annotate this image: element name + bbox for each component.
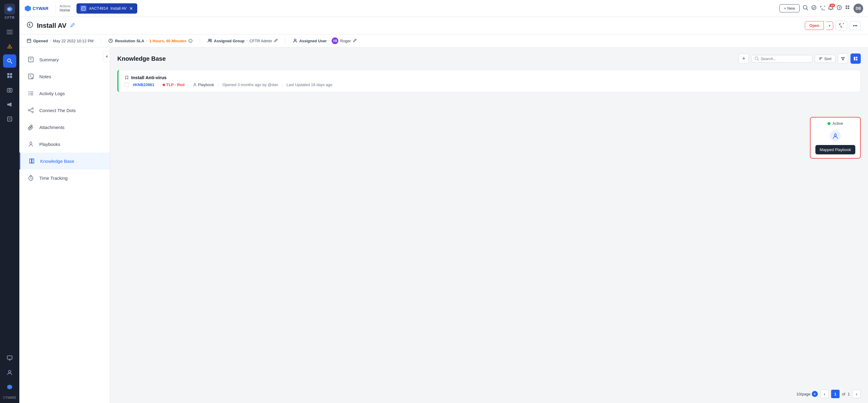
far-nav-megaphone[interactable] <box>3 98 16 111</box>
sidebar-item-summary[interactable]: Summary <box>19 51 110 68</box>
kb-item-title-row: Install Anti-virus <box>125 75 797 80</box>
svg-point-62 <box>30 142 32 144</box>
per-page-dropdown[interactable]: ▾ <box>812 391 818 397</box>
far-nav-alert[interactable] <box>3 40 16 53</box>
view-toggle-button[interactable] <box>850 54 861 64</box>
sidebar-item-connect-dots[interactable]: Connect The Dots <box>19 102 110 119</box>
svg-rect-12 <box>7 89 12 92</box>
attachments-label: Attachments <box>39 125 64 130</box>
resolution-value: 1 Hours, 40 Minutes <box>149 39 187 43</box>
edit-user-icon[interactable] <box>353 38 357 43</box>
actions-home: Actions Home <box>60 4 70 12</box>
svg-line-28 <box>807 9 808 10</box>
filter-button[interactable] <box>838 54 848 64</box>
meta-bar: Opened • May 22 2022 10:12 PM Resolution… <box>19 34 868 47</box>
svg-rect-47 <box>28 57 33 62</box>
kb-opened-text: Opened 3 months ago by @dan <box>222 82 278 87</box>
new-button[interactable]: + New <box>779 4 800 12</box>
checkmark-button[interactable] <box>811 5 816 12</box>
svg-rect-11 <box>10 76 12 78</box>
svg-rect-50 <box>28 74 33 79</box>
svg-line-61 <box>30 110 32 112</box>
far-nav-survey[interactable] <box>3 112 16 126</box>
active-dot <box>828 122 831 125</box>
svg-point-13 <box>9 90 10 91</box>
svg-rect-71 <box>854 57 855 60</box>
sidebar-item-activity-logs[interactable]: Activity Logs <box>19 85 110 102</box>
far-nav-cyware[interactable] <box>3 380 16 394</box>
playbooks-label: Playbooks <box>39 142 60 147</box>
tab-close-button[interactable]: ✕ <box>129 5 134 11</box>
far-nav-grid[interactable] <box>3 69 16 82</box>
next-page-button[interactable]: › <box>852 390 861 398</box>
kb-checkbox[interactable] <box>125 82 129 87</box>
back-button[interactable] <box>27 22 33 30</box>
actions-label: Actions <box>60 4 70 8</box>
search-input[interactable] <box>761 57 809 61</box>
svg-rect-9 <box>10 73 12 75</box>
svg-rect-8 <box>7 73 9 75</box>
user-avatar[interactable]: DB <box>854 4 863 13</box>
assigned-group-value: CFTR Admin <box>249 39 272 43</box>
sidebar-item-knowledge-base[interactable]: Knowledge Base <box>19 153 110 169</box>
edit-title-icon[interactable] <box>70 23 75 29</box>
svg-point-46 <box>294 39 296 41</box>
prev-page-button[interactable]: ‹ <box>820 390 829 398</box>
activity-logs-icon <box>27 89 35 98</box>
meta-divider-3 <box>285 38 285 44</box>
current-page: 1 <box>831 390 840 398</box>
nav-divider <box>56 4 56 13</box>
svg-rect-34 <box>846 7 847 9</box>
edit-group-icon[interactable] <box>274 38 278 43</box>
svg-marker-21 <box>7 384 12 390</box>
svg-point-20 <box>8 370 11 373</box>
refresh-button[interactable] <box>819 5 825 12</box>
assigned-user-value: Roger <box>340 39 351 43</box>
mapped-playbook-tooltip-container: Active Mapped Playbook <box>810 117 861 159</box>
sidebar-collapse-button[interactable] <box>103 51 110 62</box>
per-page-label: 10/page <box>796 392 811 396</box>
far-nav-search[interactable] <box>3 55 16 68</box>
svg-text:?: ? <box>838 6 840 10</box>
connect-dots-icon <box>27 106 35 114</box>
user-vb-avatar: VB <box>332 37 338 44</box>
status-dropdown-button[interactable]: ▾ <box>826 22 833 30</box>
add-kb-button[interactable]: + <box>739 54 749 64</box>
sidebar-item-attachments[interactable]: Attachments <box>19 119 110 136</box>
header-refresh-button[interactable] <box>836 21 847 31</box>
of-label: of <box>842 392 845 396</box>
active-tab[interactable]: #ACT4814 Install AV ✕ <box>76 3 137 13</box>
status-open-button[interactable]: Open <box>805 21 824 30</box>
home-label: Home <box>60 8 70 12</box>
global-search-button[interactable] <box>803 5 808 12</box>
meta-assigned-user: Assigned User • VB Roger <box>293 37 357 44</box>
svg-rect-24 <box>82 7 85 10</box>
svg-point-74 <box>194 83 196 85</box>
playbook-badge: Playbook <box>193 82 214 87</box>
help-button[interactable]: ? <box>837 5 842 12</box>
sidebar-item-playbooks[interactable]: Playbooks <box>19 136 110 153</box>
svg-rect-5 <box>7 34 13 34</box>
header-more-button[interactable]: ••• <box>849 21 861 30</box>
kb-item-title: Install Anti-virus <box>131 75 166 80</box>
sidebar-item-notes[interactable]: Notes <box>19 68 110 85</box>
far-nav-monitor[interactable] <box>3 351 16 365</box>
active-label: Active <box>832 121 843 126</box>
sidebar-item-time-tracking[interactable]: Time Tracking <box>19 169 110 187</box>
svg-text:i: i <box>190 40 190 43</box>
sort-button[interactable]: Sort <box>815 55 835 63</box>
apps-button[interactable] <box>845 5 850 12</box>
top-navbar: CYWARE Actions Home #ACT4814 Install AV … <box>19 0 868 17</box>
far-nav-user[interactable] <box>3 366 16 379</box>
svg-point-36 <box>27 22 33 28</box>
main-wrapper: CYWARE Actions Home #ACT4814 Install AV … <box>19 0 868 403</box>
svg-rect-33 <box>848 5 849 7</box>
svg-rect-3 <box>7 30 13 31</box>
tab-id: #ACT4814 <box>89 6 108 10</box>
notifications-button[interactable]: 23 <box>828 5 834 12</box>
mapped-playbook-button[interactable] <box>830 131 841 141</box>
notification-badge: 23 <box>830 4 835 7</box>
far-nav-menu[interactable] <box>3 25 16 39</box>
far-nav-camera[interactable] <box>3 83 16 97</box>
tab-label: Install AV <box>110 6 126 10</box>
